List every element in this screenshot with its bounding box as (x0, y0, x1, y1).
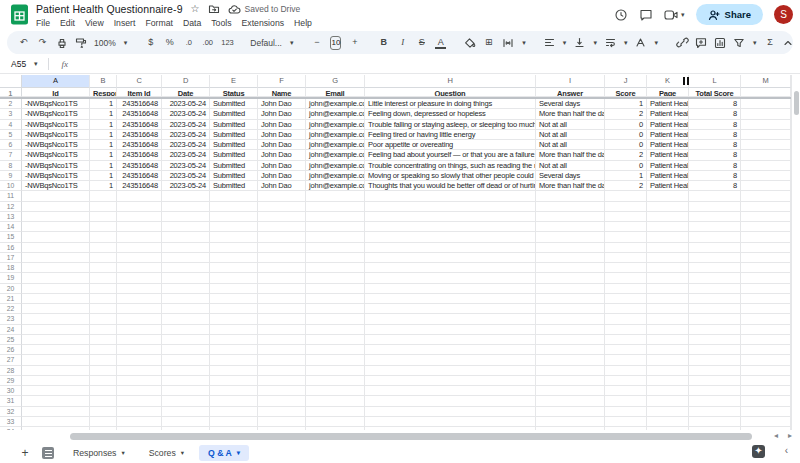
cell[interactable]: Not at all (536, 161, 605, 171)
column-header-E[interactable]: E (210, 75, 258, 88)
cell[interactable]: 8 (689, 140, 741, 150)
row-header-21[interactable]: 21 (0, 294, 22, 304)
cell[interactable]: John Dao (258, 109, 306, 119)
cell[interactable] (605, 202, 647, 212)
cell[interactable]: 1 (90, 99, 117, 109)
cell[interactable]: 2023-05-24 (162, 181, 210, 191)
cell[interactable] (741, 386, 791, 396)
cell[interactable] (647, 396, 689, 406)
cell[interactable] (605, 263, 647, 273)
cell[interactable] (365, 212, 536, 222)
cell[interactable] (741, 222, 791, 232)
cell[interactable] (210, 407, 258, 417)
cell[interactable] (117, 294, 162, 304)
borders-button[interactable]: ⊞ (483, 36, 494, 49)
cell[interactable] (22, 273, 90, 283)
text-color-button[interactable]: A (435, 37, 446, 49)
cell[interactable] (90, 366, 117, 376)
menu-item-help[interactable]: Help (289, 17, 317, 29)
cell[interactable] (22, 325, 90, 335)
cell[interactable] (741, 273, 791, 283)
cell[interactable] (536, 294, 605, 304)
cell[interactable] (689, 345, 741, 355)
cell[interactable]: 1 (605, 171, 647, 181)
cell[interactable] (647, 355, 689, 365)
cell[interactable] (117, 263, 162, 273)
cell[interactable] (689, 396, 741, 406)
column-header-H[interactable]: H (365, 75, 536, 88)
cell[interactable] (22, 191, 90, 201)
cell[interactable] (605, 212, 647, 222)
cell[interactable] (258, 284, 306, 294)
header-cell[interactable] (741, 88, 791, 97)
cell[interactable] (210, 273, 258, 283)
cell[interactable] (162, 294, 210, 304)
cell[interactable] (605, 191, 647, 201)
row-header-1[interactable]: 1 (0, 88, 22, 97)
cell[interactable] (689, 386, 741, 396)
row-header-26[interactable]: 26 (0, 345, 22, 355)
cell[interactable] (605, 376, 647, 386)
cell[interactable] (210, 222, 258, 232)
row-header-10[interactable]: 10 (0, 181, 22, 191)
cell[interactable] (605, 417, 647, 427)
cell[interactable] (536, 222, 605, 232)
cell[interactable] (647, 202, 689, 212)
header-cell[interactable]: Total Score (689, 88, 741, 97)
cell[interactable]: john@example.com (306, 140, 365, 150)
cell[interactable] (162, 314, 210, 324)
vertical-scrollbar[interactable] (791, 75, 800, 430)
meet-button[interactable]: ▾ (664, 9, 685, 21)
cell[interactable] (741, 284, 791, 294)
cell[interactable] (741, 212, 791, 222)
chevron-down-icon[interactable]: ▾ (34, 60, 38, 68)
cell[interactable] (689, 417, 741, 427)
cell[interactable] (365, 386, 536, 396)
header-cell[interactable]: Item Id (117, 88, 162, 97)
cell[interactable] (306, 284, 365, 294)
bold-button[interactable]: B (378, 36, 389, 49)
cell[interactable] (741, 325, 791, 335)
cell[interactable] (306, 314, 365, 324)
row-header-12[interactable]: 12 (0, 202, 22, 212)
cell[interactable] (306, 263, 365, 273)
cell[interactable] (647, 335, 689, 345)
cell[interactable] (258, 294, 306, 304)
cell[interactable] (536, 253, 605, 263)
row-header-31[interactable]: 31 (0, 396, 22, 406)
select-all-corner[interactable] (0, 75, 22, 88)
cell[interactable] (306, 325, 365, 335)
cell[interactable]: 8 (689, 181, 741, 191)
cell[interactable]: 2023-05-24 (162, 161, 210, 171)
row-header-23[interactable]: 23 (0, 314, 22, 324)
menu-item-tools[interactable]: Tools (206, 17, 236, 29)
cell[interactable] (258, 263, 306, 273)
cell[interactable]: John Dao (258, 130, 306, 140)
cell[interactable] (306, 222, 365, 232)
cell[interactable] (22, 386, 90, 396)
cell[interactable] (605, 253, 647, 263)
cell[interactable] (117, 366, 162, 376)
cell[interactable]: Little interest or pleasure in doing thi… (365, 99, 536, 109)
cell[interactable]: Patient Health (647, 171, 689, 181)
cell[interactable] (536, 212, 605, 222)
cell[interactable] (647, 253, 689, 263)
cell[interactable] (689, 294, 741, 304)
cell[interactable] (258, 335, 306, 345)
decrease-font-size-button[interactable]: − (311, 36, 322, 49)
cell[interactable] (536, 263, 605, 273)
cell[interactable] (258, 212, 306, 222)
cell[interactable] (306, 243, 365, 253)
row-header-5[interactable]: 5 (0, 130, 22, 140)
header-cell[interactable]: Score (605, 88, 647, 97)
cell[interactable] (605, 243, 647, 253)
cell[interactable]: Not at all (536, 140, 605, 150)
paint-format-button[interactable] (75, 37, 86, 49)
cell[interactable]: Patient Health (647, 161, 689, 171)
cell[interactable] (741, 140, 791, 150)
decrease-decimal-button[interactable]: .0 (183, 36, 194, 49)
cell[interactable] (306, 407, 365, 417)
cell[interactable] (365, 253, 536, 263)
cell[interactable] (741, 253, 791, 263)
row-header-6[interactable]: 6 (0, 140, 22, 150)
